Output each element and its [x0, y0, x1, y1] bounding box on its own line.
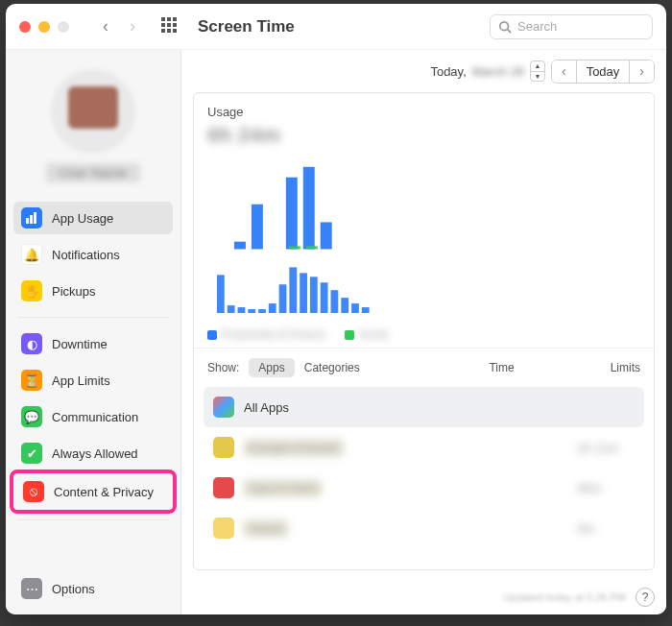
app-time: 2h 11m [577, 441, 635, 455]
app-name: All Apps [244, 400, 289, 415]
profile-block: User Name [13, 60, 173, 198]
no-entry-icon: ⦸ [23, 481, 44, 502]
sidebar-item-app-usage[interactable]: App Usage [13, 202, 173, 234]
sidebar-item-label: App Limits [52, 373, 110, 388]
sidebar-item-pickups[interactable]: ✋ Pickups [13, 275, 173, 307]
usage-panel: Usage 6h 24m Productivity & Finance Soci… [193, 92, 655, 570]
svg-rect-22 [321, 282, 328, 313]
app-icon [213, 518, 234, 539]
forward-button[interactable]: › [121, 15, 144, 38]
titlebar: ‹ › Screen Time Search [6, 4, 666, 50]
search-placeholder: Search [517, 19, 557, 34]
svg-rect-26 [362, 307, 370, 313]
show-tabs: Show: Apps Categories Time Limits [194, 348, 654, 387]
svg-rect-18 [279, 284, 287, 313]
sidebar-item-options[interactable]: ⋯ Options [13, 572, 173, 605]
back-button[interactable]: ‹ [94, 15, 117, 38]
svg-rect-19 [289, 267, 297, 313]
sidebar-item-label: Content & Privacy [54, 485, 154, 499]
app-row[interactable]: App In Here 45m [204, 468, 644, 508]
app-row[interactable]: Notes 3m [204, 508, 644, 548]
svg-line-1 [508, 29, 512, 33]
svg-rect-7 [286, 178, 298, 250]
hourglass-icon: ⏳ [21, 370, 42, 391]
page-title: Screen Time [198, 17, 295, 36]
content-privacy-highlight: ⦸ Content & Privacy [13, 473, 173, 510]
usage-total: 6h 24m [194, 123, 654, 156]
svg-rect-13 [228, 305, 235, 313]
svg-rect-14 [238, 307, 246, 313]
all-apps-icon [213, 397, 234, 418]
app-row-all[interactable]: All Apps [204, 387, 644, 427]
moon-icon: ◐ [21, 333, 42, 354]
svg-rect-2 [26, 218, 29, 224]
nav-buttons: ‹ › [94, 15, 144, 38]
app-icon [213, 437, 234, 458]
sidebar-divider [17, 519, 169, 520]
col-time: Time [489, 361, 514, 374]
app-name: Google Chrome [244, 441, 344, 455]
sidebar-item-content-privacy[interactable]: ⦸ Content & Privacy [15, 475, 171, 508]
svg-rect-9 [321, 222, 332, 249]
check-shield-icon: ✔ [21, 443, 42, 464]
profile-name: User Name [46, 163, 141, 182]
zoom-window-button[interactable] [58, 21, 69, 33]
usage-chart [207, 159, 640, 323]
svg-rect-3 [30, 215, 33, 224]
date-bar: Today, March 28 ▲ ▼ ‹ Today › [181, 50, 666, 92]
next-day-button[interactable]: › [629, 60, 654, 83]
close-window-button[interactable] [19, 21, 31, 33]
svg-rect-10 [289, 246, 300, 249]
tab-categories[interactable]: Categories [304, 361, 360, 374]
chart-legend: Productivity & Finance Social [194, 328, 654, 348]
preferences-window: ‹ › Screen Time Search User Name App Usa… [6, 4, 666, 614]
hand-icon: ✋ [21, 280, 42, 301]
show-label: Show: [207, 361, 239, 374]
all-prefs-grid-icon[interactable] [161, 17, 180, 36]
app-time: 3m [577, 521, 635, 536]
legend-item: Productivity & Finance [207, 328, 325, 340]
bubble-icon: 💬 [21, 406, 42, 427]
sidebar-item-communication[interactable]: 💬 Communication [13, 400, 173, 433]
usage-heading: Usage [194, 93, 654, 123]
svg-rect-24 [341, 298, 348, 313]
svg-rect-21 [310, 277, 318, 313]
app-name: App In Here [244, 481, 322, 495]
sidebar-item-label: Pickups [52, 284, 96, 299]
svg-rect-6 [252, 205, 263, 250]
sidebar-item-label: Notifications [52, 248, 120, 262]
tab-apps[interactable]: Apps [249, 358, 294, 377]
sidebar-item-app-limits[interactable]: ⏳ App Limits [13, 364, 173, 397]
apps-list: All Apps Google Chrome 2h 11m App In Her… [194, 387, 654, 569]
chevron-up-icon: ▲ [531, 61, 544, 72]
search-field[interactable]: Search [490, 14, 653, 39]
search-icon [498, 20, 512, 34]
sidebar-item-label: App Usage [52, 211, 113, 226]
svg-rect-4 [34, 212, 36, 224]
sidebar: User Name App Usage 🔔 Notifications ✋ Pi… [6, 50, 181, 614]
avatar[interactable] [51, 69, 135, 154]
app-row[interactable]: Google Chrome 2h 11m [204, 427, 644, 468]
sidebar-item-downtime[interactable]: ◐ Downtime [13, 327, 173, 360]
sidebar-item-notifications[interactable]: 🔔 Notifications [13, 238, 173, 271]
sidebar-item-always-allowed[interactable]: ✔ Always Allowed [13, 437, 173, 470]
col-limits: Limits [611, 361, 640, 374]
sidebar-item-label: Downtime [52, 337, 108, 351]
minimize-window-button[interactable] [38, 21, 50, 33]
footer: Updated today at 5:26 PM ? [181, 580, 666, 614]
ellipsis-icon: ⋯ [21, 578, 42, 599]
legend-item: Social [345, 328, 387, 340]
prev-day-button[interactable]: ‹ [552, 60, 577, 83]
body: User Name App Usage 🔔 Notifications ✋ Pi… [6, 50, 666, 614]
sidebar-item-label: Always Allowed [52, 446, 138, 461]
help-button[interactable]: ? [636, 588, 655, 607]
sidebar-item-label: Communication [52, 410, 138, 424]
svg-rect-17 [269, 303, 276, 313]
date-stepper[interactable]: ▲ ▼ [530, 60, 545, 82]
today-button[interactable]: Today [577, 60, 630, 83]
svg-rect-16 [258, 309, 266, 313]
svg-rect-15 [248, 309, 255, 313]
chart-bar-icon [21, 207, 42, 229]
content-pane: Today, March 28 ▲ ▼ ‹ Today › Usage 6h 2… [181, 50, 666, 614]
svg-rect-5 [234, 242, 246, 250]
